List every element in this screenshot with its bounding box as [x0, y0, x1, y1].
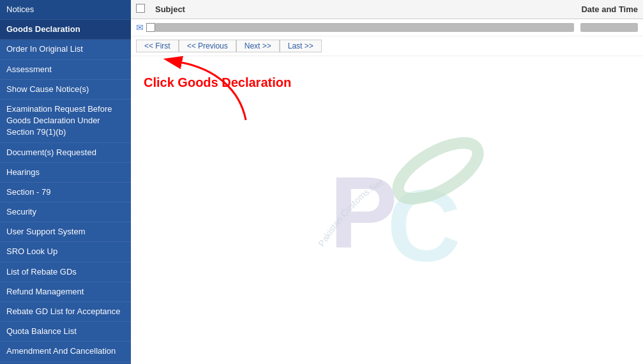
select-all-checkbox[interactable] [136, 4, 145, 13]
sidebar-item-security[interactable]: Security [0, 202, 131, 222]
sidebar-item-sro-lookup[interactable]: SRO Look Up [0, 242, 131, 262]
subject-column-header: Subject [155, 4, 510, 14]
row-checkbox[interactable] [146, 23, 155, 32]
sidebar-item-rebate-gds[interactable]: List of Rebate GDs [0, 262, 131, 282]
header-checkbox-col [136, 4, 155, 15]
table-row: ✉ [131, 19, 643, 36]
row-subject-placeholder [155, 23, 574, 32]
sidebar-item-exam-request-1[interactable]: Examination Request Before Goods Declara… [0, 100, 131, 143]
row-icons: ✉ [136, 22, 155, 33]
svg-text:C: C [387, 168, 461, 282]
watermark-logo: P C ★ Pakistan Customs.Net [310, 120, 515, 301]
sidebar: NoticesGoods DeclarationOrder In Origina… [0, 0, 131, 364]
next-page-button[interactable]: Next >> [236, 40, 280, 52]
sidebar-item-hearings[interactable]: Hearings [0, 163, 131, 183]
sidebar-item-refund-management[interactable]: Refund Management [0, 282, 131, 302]
sidebar-item-quota-balance[interactable]: Quota Balance List [0, 322, 131, 342]
sidebar-item-section-79[interactable]: Section - 79 [0, 183, 131, 202]
sidebar-item-payment-management[interactable]: Payment Management [0, 362, 131, 364]
table-header: Subject Date and Time [131, 0, 643, 19]
sidebar-item-show-cause-1[interactable]: Show Cause Notice(s) [0, 80, 131, 100]
svg-point-3 [390, 132, 486, 210]
content-area: Click Goods Declaration P C ★ [131, 56, 643, 364]
sidebar-item-rebate-acceptance[interactable]: Rebate GD List for Acceptance [0, 302, 131, 322]
sidebar-item-documents-requested[interactable]: Document(s) Requested [0, 143, 131, 163]
email-icon: ✉ [136, 22, 144, 33]
first-page-button[interactable]: << First [136, 40, 179, 52]
row-date-placeholder [580, 23, 638, 32]
sidebar-item-goods-declaration[interactable]: Goods Declaration [0, 20, 131, 40]
sidebar-item-notices[interactable]: Notices [0, 0, 131, 20]
arrow-graphic [163, 56, 265, 133]
sidebar-item-order-original[interactable]: Order In Original List [0, 40, 131, 59]
svg-text:Pakistan Customs.Net: Pakistan Customs.Net [316, 177, 385, 248]
sidebar-item-assessment[interactable]: Assessment [0, 60, 131, 80]
main-content: Subject Date and Time ✉ << First << Prev… [131, 0, 643, 364]
pagination-bar: << First << Previous Next >> Last >> [131, 36, 643, 56]
svg-text:P: P [329, 155, 398, 269]
svg-text:★: ★ [444, 155, 457, 171]
sidebar-item-amendment-cancellation[interactable]: Amendment And Cancellation [0, 342, 131, 361]
datetime-column-header: Date and Time [510, 4, 638, 14]
sidebar-item-user-support[interactable]: User Support System [0, 222, 131, 242]
previous-page-button[interactable]: << Previous [179, 40, 236, 52]
last-page-button[interactable]: Last >> [280, 40, 322, 52]
